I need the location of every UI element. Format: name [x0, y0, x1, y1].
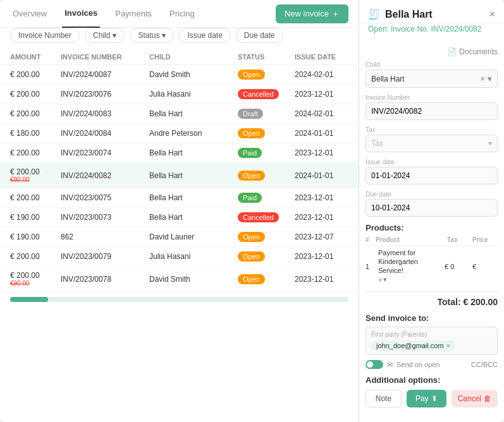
- table-row[interactable]: € 200.00 €90.00 INV/2023/0078 David Smit…: [0, 267, 359, 292]
- amount-cell: € 200.00: [10, 252, 61, 261]
- child-cell: Bella Hart: [149, 193, 238, 202]
- side-panel-body: 📄 Documents Child Bella Hart × ▾ Invoice…: [359, 39, 504, 422]
- table-row[interactable]: € 200.00 €90.00 INV/2024/0082 Bella Hart…: [0, 163, 359, 188]
- due-date-input[interactable]: [366, 199, 498, 217]
- status-badge: Open: [238, 128, 265, 138]
- invoice-table: € 200.00 INV/2024/0087 David Smith Open …: [0, 65, 359, 292]
- amount-cell: € 180.00: [10, 129, 61, 138]
- invoice-number-field: Invoice Number: [366, 94, 498, 120]
- table-row[interactable]: € 180.00 INV/2024/0084 Andre Peterson Op…: [0, 124, 359, 143]
- total-row: Total: € 200.00: [366, 291, 498, 307]
- table-row[interactable]: € 200.00 INV/2024/0087 David Smith Open …: [0, 65, 359, 85]
- table-row[interactable]: € 200.00 INV/2024/0083 Bella Hart Draft …: [0, 104, 359, 124]
- invoice-number-cell: INV/2024/0083: [61, 109, 149, 118]
- invoice-number-cell: INV/2024/0082: [61, 171, 149, 180]
- clear-icon[interactable]: ×: [480, 74, 485, 83]
- additional-options-section: Additional options: Note Pay ⬆ Cancel 🗑: [366, 375, 498, 413]
- tax-select[interactable]: Tax ▾: [366, 135, 498, 152]
- invoice-number-cell: INV/2023/0074: [61, 148, 149, 157]
- status-badge: Open: [238, 251, 265, 262]
- amount-cell: € 200.00 €90.00: [10, 271, 61, 287]
- send-on-open-toggle[interactable]: [366, 360, 383, 369]
- pay-button[interactable]: Pay ⬆: [407, 390, 446, 407]
- cancel-button[interactable]: Cancel 🗑: [452, 390, 498, 407]
- child-cell: Julia Hasani: [149, 90, 238, 99]
- filter-due-date[interactable]: Due date: [236, 28, 283, 43]
- child-cell: Julia Hasani: [149, 252, 238, 261]
- invoice-number-cell: INV/2024/0087: [61, 70, 149, 79]
- filter-issue-date[interactable]: Issue date: [179, 28, 230, 43]
- due-date-field: Due date: [366, 191, 498, 217]
- table-header: AMOUNT INVOICE NUMBER CHILD STATUS ISSUE…: [0, 49, 359, 65]
- status-badge: Draft: [238, 109, 263, 119]
- issue-date-field: Issue date: [366, 159, 498, 184]
- issue-date-cell: 2023-12-01: [295, 275, 364, 284]
- product-row: 1 Payment for Kindergarten Service! × ▾ …: [366, 249, 498, 284]
- filter-status[interactable]: Status ▾: [130, 28, 174, 43]
- invoice-number-cell: INV/2023/0075: [61, 193, 149, 202]
- table-row[interactable]: € 200.00 INV/2023/0076 Julia Hasani Canc…: [0, 85, 359, 104]
- products-table-header: # Product Tax Price: [366, 236, 498, 246]
- invoice-icon: 🧾: [368, 9, 380, 20]
- nav-tabs: Overview Invoices Payments Pricing New i…: [0, 0, 359, 28]
- table-row[interactable]: € 190.00 862 David Laurier Open 2023-12-…: [0, 227, 359, 247]
- cancel-icon: 🗑: [484, 394, 491, 403]
- child-cell: Bella Hart: [149, 213, 238, 222]
- amount-cell: € 200.00: [10, 70, 61, 79]
- status-badge: Open: [238, 171, 265, 181]
- issue-date-cell: 2024-01-01: [295, 171, 364, 180]
- chevron-down-icon[interactable]: ▾: [383, 275, 387, 284]
- side-panel-subtitle: Open: Invoice No. INV/2024/0082: [359, 23, 504, 39]
- issue-date-cell: 2023-12-01: [295, 90, 364, 99]
- issue-date-cell: 2023-12-07: [295, 232, 364, 241]
- tab-payments[interactable]: Payments: [113, 0, 154, 28]
- invoice-number-cell: INV/2023/0078: [61, 275, 149, 284]
- table-row[interactable]: € 200.00 INV/2023/0075 Bella Hart Paid 2…: [0, 188, 359, 208]
- issue-date-text-input[interactable]: [371, 171, 492, 180]
- side-panel-header: 🧾 Bella Hart ×: [359, 0, 504, 23]
- tab-invoices[interactable]: Invoices: [62, 0, 100, 28]
- table-row[interactable]: € 190.00 INV/2023/0073 Bella Hart Cancel…: [0, 208, 359, 227]
- issue-date-cell: 2024-02-01: [295, 70, 364, 79]
- note-button[interactable]: Note: [366, 390, 402, 407]
- issue-date-cell: 2024-01-01: [295, 129, 364, 138]
- new-invoice-button[interactable]: New invoice ＋: [276, 4, 348, 23]
- invoice-number-text-input[interactable]: [371, 107, 492, 116]
- child-field: Child Bella Hart × ▾: [366, 61, 498, 88]
- issue-date-cell: 2024-02-01: [295, 109, 364, 118]
- send-invoice-section: Send invoice to: First party (Parents) j…: [366, 313, 498, 369]
- send-field: First party (Parents) john_doe@gmail.com…: [366, 327, 498, 355]
- documents-link[interactable]: 📄 Documents: [366, 45, 498, 61]
- table-row[interactable]: € 200.00 INV/2023/0074 Bella Hart Paid 2…: [0, 143, 359, 163]
- child-cell: Andre Peterson: [149, 129, 238, 138]
- issue-date-cell: 2023-12-01: [295, 148, 364, 157]
- child-cell: Bella Hart: [149, 148, 238, 157]
- filter-invoice-number[interactable]: Invoice Number: [10, 28, 80, 43]
- close-button[interactable]: ×: [489, 9, 495, 20]
- products-section: Products: # Product Tax Price 1 Payment …: [366, 223, 498, 284]
- delete-product-icon[interactable]: ×: [378, 276, 382, 284]
- issue-date-cell: 2023-12-01: [295, 252, 364, 261]
- tab-pricing[interactable]: Pricing: [167, 0, 197, 28]
- amount-cell: € 200.00: [10, 193, 61, 202]
- status-badge: Open: [238, 69, 265, 80]
- status-badge: Open: [238, 274, 265, 284]
- email-tag: john_doe@gmail.com ×: [371, 341, 455, 351]
- issue-date-input[interactable]: [366, 167, 498, 184]
- child-cell: David Smith: [149, 70, 238, 79]
- chevron-down-icon: ▾: [113, 31, 116, 40]
- status-badge: Cancelled: [238, 212, 279, 222]
- tab-overview[interactable]: Overview: [10, 0, 49, 28]
- amount-cell: € 200.00: [10, 90, 61, 99]
- scrollbar[interactable]: [10, 297, 348, 302]
- chevron-down-icon: ▾: [488, 139, 492, 148]
- table-row[interactable]: € 200.00 INV/2023/0079 Julia Hasani Open…: [0, 247, 359, 267]
- remove-email-icon[interactable]: ×: [446, 342, 450, 349]
- side-panel-title: Bella Hart: [385, 9, 433, 20]
- filters-bar: Invoice Number Child ▾ Status ▾ Issue da…: [0, 28, 359, 49]
- due-date-text-input[interactable]: [371, 203, 492, 212]
- chevron-down-icon[interactable]: ▾: [488, 74, 492, 83]
- invoice-number-input[interactable]: [366, 102, 498, 120]
- filter-child[interactable]: Child ▾: [85, 28, 125, 43]
- email-tags: john_doe@gmail.com ×: [371, 341, 492, 351]
